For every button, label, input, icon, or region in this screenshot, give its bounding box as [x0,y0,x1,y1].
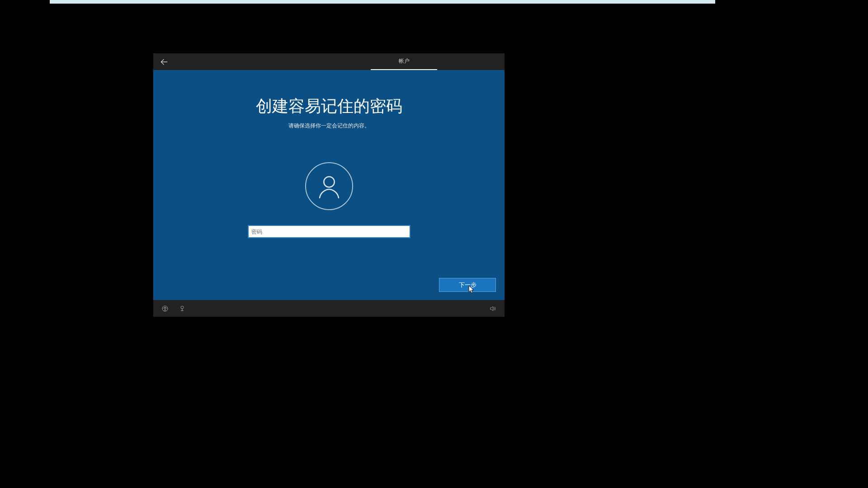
user-icon [316,174,342,199]
content-area: 创建容易记住的密码 请确保选择你一定会记住的内容。 下一步 [153,70,505,300]
page-subheading: 请确保选择你一定会记住的内容。 [288,122,370,130]
step-label: 帐户 [371,53,437,69]
volume-icon [489,305,496,312]
back-arrow-icon [160,57,169,66]
next-button[interactable]: 下一步 [439,278,496,292]
ease-of-access-button[interactable] [159,302,171,315]
ime-button[interactable] [176,302,189,315]
titlebar: 帐户 [153,53,505,70]
oobe-window: 帐户 创建容易记住的密码 请确保选择你一定会记住的内容。 下一步 [153,53,505,317]
volume-button[interactable] [486,302,499,315]
page-heading: 创建容易记住的密码 [256,95,402,117]
next-button-label: 下一步 [459,281,476,289]
svg-point-3 [181,306,184,309]
step-indicator: 帐户 [371,53,437,70]
svg-point-0 [324,177,334,187]
ime-icon [179,305,186,312]
ease-of-access-icon [161,305,169,312]
password-input[interactable] [248,225,410,238]
browser-chrome-strip [50,0,715,4]
bottombar [153,300,505,317]
avatar-circle [305,162,353,210]
back-button[interactable] [153,53,175,70]
svg-point-2 [165,306,165,307]
